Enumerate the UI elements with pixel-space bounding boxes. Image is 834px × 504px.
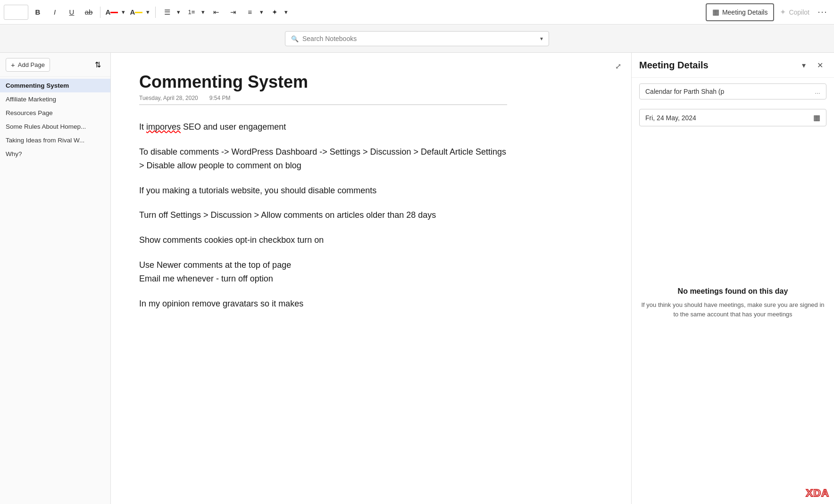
date-picker[interactable]: Fri, 24 May, 2024 ▦ <box>639 109 826 126</box>
search-bar-area <box>0 25 834 53</box>
chevron-down-icon: ▾ <box>177 8 180 16</box>
content-body[interactable]: It imporves SEO and user engagement To d… <box>139 120 507 310</box>
font-color-dropdown[interactable]: ▾ <box>120 5 127 20</box>
sort-button[interactable]: ⇅ <box>91 58 105 72</box>
search-dropdown-icon[interactable] <box>540 35 543 42</box>
indent-button[interactable]: ⇥ <box>225 5 241 20</box>
list-dropdown[interactable]: ▾ <box>175 5 182 20</box>
watermark-area: XDA <box>632 476 834 504</box>
paragraph-2: To disable comments -> WordPress Dashboa… <box>139 145 507 173</box>
copilot-label: Copilot <box>789 8 809 16</box>
meeting-panel-header: Meeting Details ▾ ✕ <box>632 53 834 78</box>
font-color-bar <box>110 12 118 13</box>
sidebar-item-some-rules[interactable]: Some Rules About Homep... <box>0 120 110 133</box>
font-color-button[interactable]: A <box>104 5 119 20</box>
no-meetings-title: No meetings found on this day <box>678 287 788 296</box>
sidebar-item-commenting-system[interactable]: Commenting System <box>0 79 110 92</box>
num-list-group: 1≡ ▾ <box>184 5 207 20</box>
num-list-icon: 1≡ <box>188 8 195 16</box>
highlight-bar <box>135 12 142 13</box>
outdent-icon: ⇤ <box>213 8 219 17</box>
chevron-down-icon: ▾ <box>284 8 288 16</box>
collapse-panel-button[interactable]: ▾ <box>797 58 810 72</box>
rewrite-button[interactable]: ✦ <box>267 5 282 20</box>
align-dropdown[interactable]: ▾ <box>258 5 265 20</box>
sidebar-item-affiliate-marketing[interactable]: Affiliate Marketing <box>0 92 110 106</box>
no-meetings-area: No meetings found on this day If you thi… <box>632 130 834 476</box>
rewrite-dropdown[interactable]: ▾ <box>283 5 290 20</box>
main-area: + Add Page ⇅ Commenting System Affiliate… <box>0 53 834 504</box>
highlight-icon: A <box>130 8 135 16</box>
list-group: ☰ ▾ <box>159 5 182 20</box>
close-panel-button[interactable]: ✕ <box>813 58 826 72</box>
sidebar: + Add Page ⇅ Commenting System Affiliate… <box>0 53 111 504</box>
content-area: ⤢ Commenting System Tuesday, April 28, 2… <box>111 53 631 504</box>
add-page-button[interactable]: + Add Page <box>6 58 50 72</box>
num-list-dropdown[interactable]: ▾ <box>200 5 207 20</box>
bold-button[interactable]: B <box>30 5 45 20</box>
calendar-selector[interactable]: Calendar for Parth Shah (p ... <box>639 83 826 99</box>
chevron-down-icon: ▾ <box>146 8 150 16</box>
toolbar: 20 B I U ab A ▾ A ▾ ☰ ▾ 1 <box>0 0 834 25</box>
calendar-icon: ▦ <box>712 8 719 17</box>
list-button[interactable]: ☰ <box>159 5 175 20</box>
list-icon: ☰ <box>164 8 170 17</box>
calendar-label: Calendar for Parth Shah (p <box>645 88 724 95</box>
font-size-input[interactable]: 20 <box>4 5 28 20</box>
paragraph-7: In my opinion remove gravatars so it mak… <box>139 297 507 311</box>
page-meta: Tuesday, April 28, 2020 9:54 PM <box>139 95 507 105</box>
page-time: 9:54 PM <box>209 95 231 101</box>
rewrite-icon: ✦ <box>272 8 278 17</box>
typo-imporves: imporves <box>146 122 181 132</box>
sidebar-item-taking-ideas[interactable]: Taking Ideas from Rival W... <box>0 133 110 147</box>
paragraph-4: Turn off Settings > Discussion > Allow c… <box>139 208 507 222</box>
divider-1 <box>100 7 100 18</box>
chevron-down-icon: ▾ <box>201 8 205 16</box>
highlight-dropdown[interactable]: ▾ <box>144 5 151 20</box>
add-page-label: Add Page <box>18 61 45 68</box>
indent-icon: ⇥ <box>230 8 236 17</box>
page-date: Tuesday, April 28, 2020 <box>139 95 198 101</box>
meeting-panel-title: Meeting Details <box>639 60 709 71</box>
sidebar-item-why[interactable]: Why? <box>0 147 110 161</box>
chevron-down-icon: ▾ <box>260 8 263 16</box>
sidebar-item-resources-page[interactable]: Resources Page <box>0 106 110 120</box>
calendar-more-icon: ... <box>815 88 820 95</box>
close-icon: ✕ <box>817 61 823 70</box>
rewrite-group: ✦ ▾ <box>267 5 290 20</box>
sidebar-header: + Add Page ⇅ <box>0 53 110 77</box>
underline-button[interactable]: U <box>64 5 79 20</box>
align-icon: ≡ <box>248 8 252 16</box>
search-icon <box>291 34 299 43</box>
num-list-button[interactable]: 1≡ <box>184 5 199 20</box>
paragraph-6: Use Newer comments at the top of page Em… <box>139 258 507 286</box>
plus-icon: + <box>11 61 15 69</box>
meeting-details-button[interactable]: ▦ Meeting Details <box>706 3 775 21</box>
no-meetings-desc: If you think you should have meetings, m… <box>641 300 825 319</box>
more-options-button[interactable]: ··· <box>815 5 830 20</box>
paragraph-3: If you making a tutorials website, you s… <box>139 184 507 198</box>
xda-watermark: XDA <box>806 487 829 499</box>
outdent-button[interactable]: ⇤ <box>208 5 224 20</box>
sidebar-items: Commenting System Affiliate Marketing Re… <box>0 77 110 504</box>
highlight-button[interactable]: A <box>129 5 144 20</box>
align-button[interactable]: ≡ <box>242 5 258 20</box>
copilot-button[interactable]: ✦ Copilot <box>776 6 813 18</box>
sort-icon: ⇅ <box>95 60 101 69</box>
page-title: Commenting System <box>139 72 507 92</box>
strikethrough-button[interactable]: ab <box>81 5 96 20</box>
collapse-icon: ▾ <box>802 61 806 70</box>
paragraph-1: It imporves SEO and user engagement <box>139 120 507 134</box>
expand-button[interactable]: ⤢ <box>610 58 626 74</box>
meeting-details-label: Meeting Details <box>722 8 768 16</box>
search-input[interactable] <box>302 35 536 42</box>
expand-icon: ⤢ <box>615 62 621 71</box>
paragraph-5: Show comments cookies opt-in checkbox tu… <box>139 233 507 247</box>
font-color-group: A ▾ <box>104 5 127 20</box>
highlight-group: A ▾ <box>129 5 151 20</box>
meeting-panel: Meeting Details ▾ ✕ Calendar for Parth S… <box>631 53 834 504</box>
meeting-panel-controls: ▾ ✕ <box>797 58 826 72</box>
italic-button[interactable]: I <box>47 5 62 20</box>
copilot-icon: ✦ <box>780 8 786 17</box>
font-color-icon: A <box>106 8 111 16</box>
